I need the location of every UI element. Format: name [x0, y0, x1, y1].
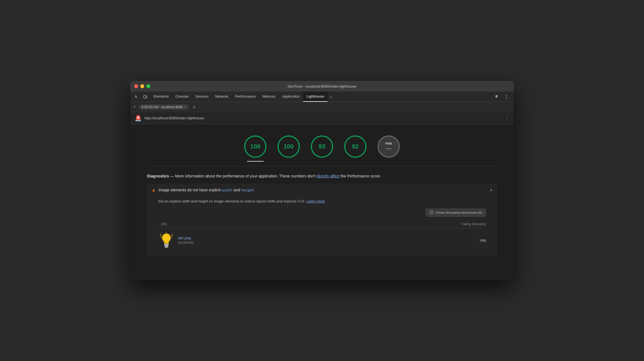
tab-sources[interactable]: Sources: [192, 92, 212, 102]
learn-more-link[interactable]: Learn more: [306, 199, 325, 203]
score-circle-performance: 100: [244, 135, 266, 158]
tab-lighthouse[interactable]: Lighthouse: [303, 92, 328, 102]
col-url-header: URL: [158, 222, 430, 226]
close-button[interactable]: [134, 84, 138, 88]
svg-line-13: [172, 236, 173, 236]
customize-icon[interactable]: [503, 93, 510, 101]
address-bar: + 8:00:50 AM - localhost:8080 ▾ ⊘: [130, 102, 514, 112]
devtools-window: DevTools - localhost:8080/index-lighthou…: [130, 81, 514, 280]
svg-point-4: [506, 98, 507, 99]
svg-line-10: [160, 236, 161, 236]
tab-performance[interactable]: Performance: [232, 92, 259, 102]
warning-left: ▲ Image elements do not have explicit wi…: [151, 187, 254, 192]
col-failing-header: Failing Elements: [430, 222, 486, 226]
svg-line-11: [161, 237, 162, 237]
tab-console[interactable]: Console: [172, 92, 192, 102]
svg-rect-7: [164, 245, 168, 246]
table-row: /pic.png (localhost) img: [158, 230, 486, 250]
score-item-best-practices: 93: [311, 135, 333, 158]
title-bar: DevTools - localhost:8080/index-lighthou…: [130, 81, 514, 92]
warning-body: Set an explicit width and height on imag…: [147, 196, 497, 256]
score-item-pwa: PWA —: [378, 135, 400, 158]
svg-line-14: [171, 237, 172, 237]
lightbulb-icon: [159, 232, 173, 249]
table-header: URL Failing Elements: [158, 221, 486, 228]
row-url-link[interactable]: /pic.png: [178, 236, 430, 240]
devtools-tab-bar: Elements Console Sources Network Perform…: [130, 92, 514, 102]
score-item-performance: 100: [244, 135, 266, 158]
warning-item: ▲ Image elements do not have explicit wi…: [147, 184, 497, 256]
warning-title-before: Image elements do not have explicit: [159, 188, 222, 192]
tab-network[interactable]: Network: [212, 92, 232, 102]
lh-more-icon[interactable]: ⋮: [504, 115, 509, 121]
svg-line-9: [161, 234, 161, 235]
score-item-accessibility: 100: [278, 135, 300, 158]
active-indicator: [247, 161, 264, 162]
lighthouse-url-bar: 🚨 http://localhost:8080/index-lighthouse…: [130, 112, 514, 124]
third-party-checkbox[interactable]: Show 3rd-party resources (0): [426, 209, 486, 217]
diagnostics-text: Diagnostics — More information about the…: [147, 173, 497, 179]
tab-list: Elements Console Sources Network Perform…: [150, 92, 493, 102]
row-url-cell: /pic.png (localhost): [178, 236, 430, 244]
maximize-button[interactable]: [146, 84, 150, 88]
settings-icon[interactable]: [493, 93, 500, 101]
score-circles: 100 100 93 92: [130, 130, 514, 166]
pwa-dash: —: [386, 145, 391, 152]
tab-more[interactable]: »: [328, 95, 334, 99]
device-toolbar-icon[interactable]: [141, 93, 149, 101]
diagnostics-section: Diagnostics — More information about the…: [130, 166, 514, 184]
main-content: 100 100 93 92: [130, 124, 514, 280]
score-circle-best-practices: 93: [311, 135, 333, 158]
svg-line-12: [171, 234, 172, 235]
row-url-host: (localhost): [178, 241, 430, 244]
third-party-row: Show 3rd-party resources (0): [158, 209, 486, 217]
third-party-label: Show 3rd-party resources (0): [436, 211, 482, 215]
warning-header: ▲ Image elements do not have explicit wi…: [147, 184, 497, 196]
url-input[interactable]: 8:00:50 AM - localhost:8080 ▾: [138, 104, 189, 110]
score-circle-accessibility: 100: [278, 135, 300, 158]
new-tab-icon[interactable]: +: [133, 104, 136, 110]
window-title: DevTools - localhost:8080/index-lighthou…: [288, 84, 356, 88]
diagnostics-label: Diagnostics: [147, 174, 169, 178]
svg-rect-8: [165, 247, 168, 248]
warning-description: Set an explicit width and height on imag…: [158, 199, 486, 204]
warning-triangle-icon: ▲: [151, 187, 156, 192]
devtools-right-controls: [493, 93, 511, 101]
directly-affect-link[interactable]: directly affect: [317, 174, 340, 178]
svg-rect-1: [146, 96, 147, 98]
score-circle-pwa: PWA —: [378, 135, 400, 158]
score-item-seo: 92: [344, 135, 366, 158]
svg-point-3: [506, 96, 507, 97]
lh-url-text: http://localhost:8080/index-lighthouse: [144, 116, 204, 120]
chevron-down-icon: ▾: [184, 105, 186, 108]
stop-icon[interactable]: ⊘: [193, 105, 196, 109]
warning-title: Image elements do not have explicit widt…: [159, 188, 254, 192]
warning-title-middle: and: [233, 188, 241, 192]
lh-url-left: 🚨 http://localhost:8080/index-lighthouse: [135, 115, 204, 122]
data-table: URL Failing Elements: [158, 221, 486, 250]
minimize-button[interactable]: [140, 84, 144, 88]
checkbox-box[interactable]: [430, 211, 433, 214]
diagnostics-desc-end: the Performance score.: [340, 174, 381, 178]
tab-memory[interactable]: Memory: [259, 92, 279, 102]
svg-rect-0: [144, 95, 146, 98]
svg-point-2: [506, 95, 507, 95]
score-circle-seo: 92: [344, 135, 366, 158]
url-text: 8:00:50 AM - localhost:8080: [142, 105, 183, 109]
code-width: width: [222, 188, 233, 192]
inspect-icon[interactable]: [133, 93, 140, 101]
row-failing-cell: img: [430, 238, 486, 242]
traffic-lights: [134, 84, 150, 88]
lighthouse-icon: 🚨: [135, 115, 142, 122]
pwa-label: PWA: [385, 142, 392, 145]
diagnostics-desc-before: — More information about the performance…: [169, 174, 317, 178]
row-thumbnail: [158, 232, 175, 249]
code-height: height: [241, 188, 254, 192]
tab-application[interactable]: Application: [279, 92, 303, 102]
chevron-up-icon[interactable]: ∧: [490, 188, 493, 192]
svg-rect-6: [164, 244, 169, 245]
warning-desc-before: Set an explicit width and height on imag…: [158, 199, 306, 203]
tab-elements[interactable]: Elements: [150, 92, 172, 102]
